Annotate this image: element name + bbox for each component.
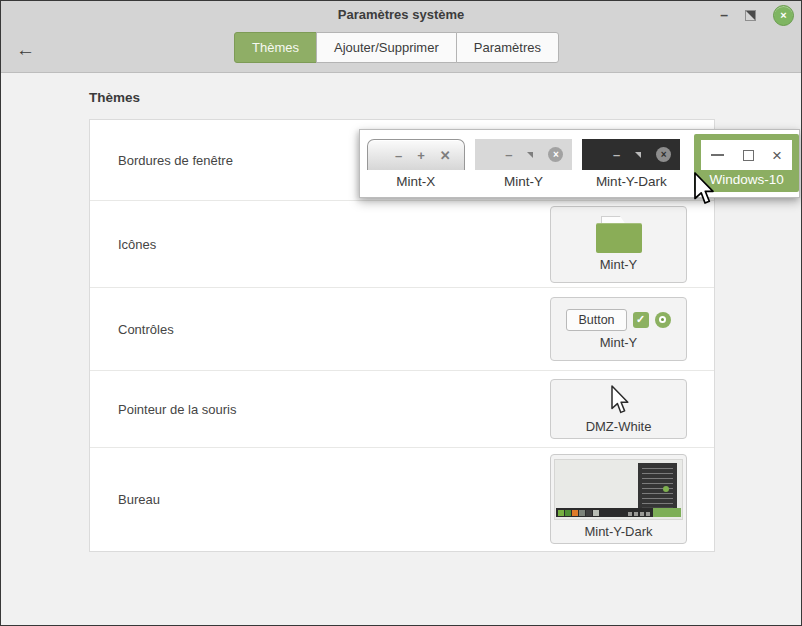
row-icons: Icônes Mint-Y [90,201,714,288]
titlebar-preview-windows-10: × [701,140,792,170]
desktop-preview [554,459,683,520]
desktop-theme-button[interactable]: Mint-Y-Dark [550,454,687,544]
controls-theme-button[interactable]: Button ✓ Mint-Y [550,297,687,361]
popup-item-mint-y[interactable]: – × Mint-Y [475,130,573,189]
minimize-icon: – [505,147,512,162]
popup-item-label: Mint-Y [504,175,543,189]
controls-preview: Button ✓ [566,309,670,331]
folder-icon [596,216,642,253]
radio-icon [655,312,671,328]
popup-item-label: Mint-X [396,175,435,189]
window-border-theme-popup: – + ✕ Mint-X – × Mint-Y – × Mint-Y-Dark [359,129,800,198]
icon-theme-value: Mint-Y [600,257,638,272]
row-mouse-pointer: Pointeur de la souris DMZ-White [90,371,714,448]
minimize-icon: – [395,148,402,163]
popup-item-mint-x[interactable]: – + ✕ Mint-X [367,130,465,189]
minimize-icon: – [613,147,620,162]
window-controls: – × [720,1,794,29]
toolbar: ← Thèmes Ajouter/Supprimer Paramètres [1,29,801,73]
titlebar-preview-mint-y-dark: – × [582,139,680,170]
page-heading: Thèmes [89,90,140,105]
popup-item-label: Mint-Y-Dark [596,175,667,189]
icon-theme-button[interactable]: Mint-Y [550,206,687,283]
minimize-icon [711,154,724,156]
restore-icon [635,152,641,158]
close-icon: × [772,147,782,164]
pointer-theme-value: DMZ-White [586,419,652,434]
pointer-theme-button[interactable]: DMZ-White [550,379,687,439]
close-icon: × [656,147,671,162]
titlebar[interactable]: Paramètres système – × [1,1,801,29]
maximize-icon: + [417,148,425,163]
tab-add-remove[interactable]: Ajouter/Supprimer [316,32,457,63]
row-controls: Contrôles Button ✓ Mint-Y [90,288,714,371]
close-icon: × [548,147,563,162]
checkbox-icon: ✓ [633,312,649,328]
arrow-cursor-icon [608,385,630,415]
titlebar-preview-mint-x: – + ✕ [367,139,465,170]
popup-item-label: Windows-10 [709,173,783,187]
row-label-window-borders: Bordures de fenêtre [118,153,233,168]
minimize-button[interactable]: – [720,10,728,20]
row-label-icons: Icônes [118,237,156,252]
calendar-widget-preview [638,463,677,514]
close-icon: ✕ [440,148,451,163]
clock-preview [653,508,681,517]
row-desktop: Bureau [90,448,714,550]
button-preview: Button [566,309,626,331]
titlebar-preview-mint-y: – × [475,139,573,170]
tab-settings[interactable]: Paramètres [456,32,559,63]
window-title: Paramètres système [1,1,801,29]
system-settings-window: Paramètres système – × ← Thèmes Ajouter/… [0,0,802,626]
row-label-mouse-pointer: Pointeur de la souris [118,402,237,417]
row-label-controls: Contrôles [118,322,174,337]
desktop-theme-value: Mint-Y-Dark [584,524,652,539]
restore-icon [527,152,533,158]
controls-theme-value: Mint-Y [600,335,638,350]
row-label-desktop: Bureau [118,492,160,507]
tab-bar: Thèmes Ajouter/Supprimer Paramètres [234,32,559,63]
close-button[interactable]: × [773,5,794,26]
maximize-icon [743,150,754,161]
restore-icon[interactable] [745,10,756,21]
back-button[interactable]: ← [16,38,35,62]
tab-themes[interactable]: Thèmes [234,32,317,63]
mouse-cursor-icon [691,172,714,206]
popup-item-mint-y-dark[interactable]: – × Mint-Y-Dark [582,130,680,189]
tray-icons-preview [628,512,650,516]
